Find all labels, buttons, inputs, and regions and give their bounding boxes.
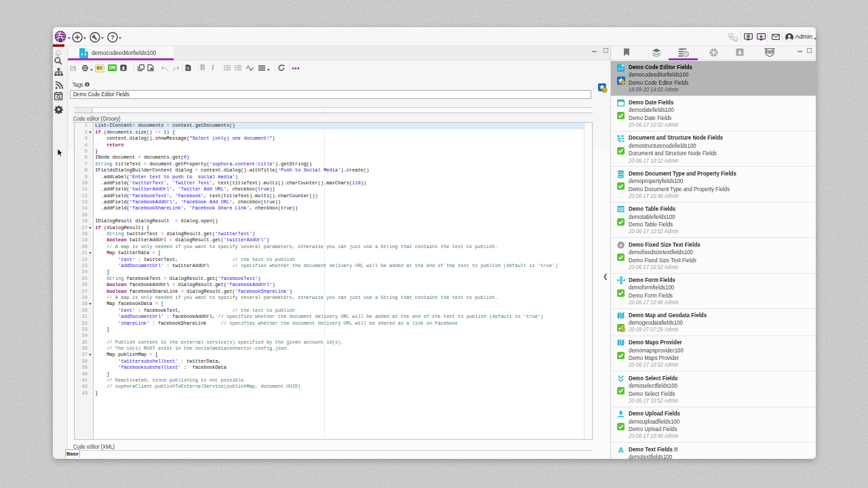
- svg-text:A: A: [246, 64, 250, 70]
- svg-text:?: ?: [111, 33, 115, 41]
- svg-text:A: A: [618, 446, 623, 453]
